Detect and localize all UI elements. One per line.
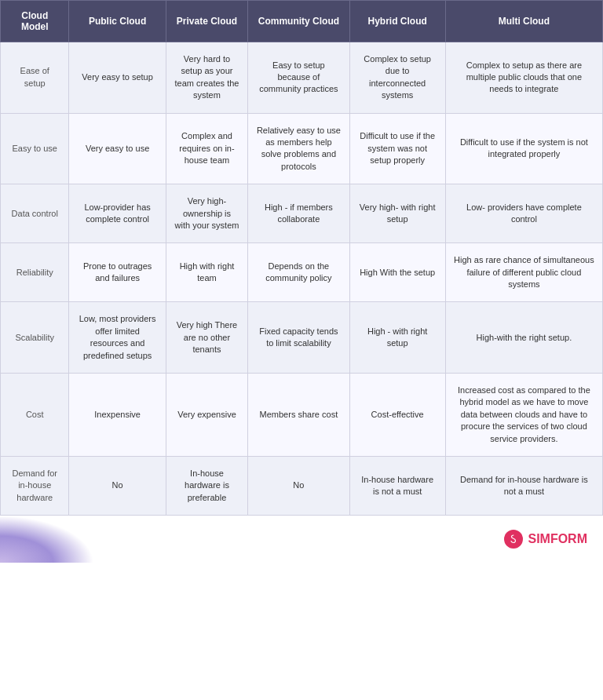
cell-feature: Scalability bbox=[1, 302, 69, 374]
cell-feature: Cost bbox=[1, 374, 69, 457]
simform-logo-icon bbox=[504, 530, 523, 549]
cell-public: Very easy to use bbox=[69, 113, 166, 184]
cell-public: Low, most providers offer limited resour… bbox=[69, 302, 166, 374]
table-row: Ease of setupVery easy to setupVery hard… bbox=[1, 42, 603, 114]
cell-feature: Ease of setup bbox=[1, 42, 69, 114]
cell-hybrid: Difficult to use if the system was not s… bbox=[349, 113, 445, 184]
cell-private: Very hard to setup as your team creates … bbox=[166, 42, 248, 114]
cell-multi: Difficult to use if the system is not in… bbox=[445, 113, 602, 184]
cell-multi: Complex to setup as there are multiple p… bbox=[445, 42, 602, 114]
col-public-cloud: Public Cloud bbox=[69, 1, 166, 42]
col-cloud-model: Cloud Model bbox=[1, 1, 69, 42]
cell-hybrid: Cost-effective bbox=[349, 374, 445, 457]
cell-community: Easy to setup because of community pract… bbox=[248, 42, 349, 114]
cell-community: Members share cost bbox=[248, 374, 349, 457]
cell-community: Depends on the community policy bbox=[248, 243, 349, 302]
cell-hybrid: Very high- with right setup bbox=[349, 184, 445, 243]
cell-feature: Reliability bbox=[1, 243, 69, 302]
cell-community: Fixed capacity tends to limit scalabilit… bbox=[248, 302, 349, 374]
cell-private: High with right team bbox=[166, 243, 248, 302]
col-community-cloud: Community Cloud bbox=[248, 1, 349, 42]
cell-multi: Low- providers have complete control bbox=[445, 184, 602, 243]
cell-multi: High-with the right setup. bbox=[445, 302, 602, 374]
cell-community: Relatively easy to use as members help s… bbox=[248, 113, 349, 184]
col-hybrid-cloud: Hybrid Cloud bbox=[349, 1, 445, 42]
simform-logo-text: SIMFORM bbox=[528, 532, 587, 546]
cell-public: Very easy to setup bbox=[69, 42, 166, 114]
cell-multi: Demand for in-house hardware is not a mu… bbox=[445, 456, 602, 515]
cell-feature: Demand for in-house hardware bbox=[1, 456, 69, 515]
cell-hybrid: In-house hardware is not a must bbox=[349, 456, 445, 515]
cell-public: Low-provider has complete control bbox=[69, 184, 166, 243]
cell-private: In-house hardware is preferable bbox=[166, 456, 248, 515]
cell-community: No bbox=[248, 456, 349, 515]
cell-community: High - if members collaborate bbox=[248, 184, 349, 243]
cell-hybrid: Complex to setup due to interconnected s… bbox=[349, 42, 445, 114]
cell-public: Prone to outrages and failures bbox=[69, 243, 166, 302]
cell-private: Complex and requires on in-house team bbox=[166, 113, 248, 184]
cell-hybrid: High - with right setup bbox=[349, 302, 445, 374]
footer: SIMFORM bbox=[0, 516, 603, 563]
table-row: CostInexpensiveVery expensiveMembers sha… bbox=[1, 374, 603, 457]
col-multi-cloud: Multi Cloud bbox=[445, 1, 602, 42]
cell-hybrid: High With the setup bbox=[349, 243, 445, 302]
col-private-cloud: Private Cloud bbox=[166, 1, 248, 42]
cell-multi: Increased cost as compared to the hybrid… bbox=[445, 374, 602, 457]
cell-private: Very high There are no other tenants bbox=[166, 302, 248, 374]
cell-public: No bbox=[69, 456, 166, 515]
footer-decoration bbox=[0, 516, 94, 563]
table-row: Data controlLow-provider has complete co… bbox=[1, 184, 603, 243]
table-row: Easy to useVery easy to useComplex and r… bbox=[1, 113, 603, 184]
header-row: Cloud Model Public Cloud Private Cloud C… bbox=[1, 1, 603, 42]
cell-public: Inexpensive bbox=[69, 374, 166, 457]
cell-feature: Data control bbox=[1, 184, 69, 243]
table-row: Demand for in-house hardwareNoIn-house h… bbox=[1, 456, 603, 515]
simform-logo: SIMFORM bbox=[504, 530, 587, 549]
cell-feature: Easy to use bbox=[1, 113, 69, 184]
cell-private: Very high- ownership is with your system bbox=[166, 184, 248, 243]
table-row: ScalabilityLow, most providers offer lim… bbox=[1, 302, 603, 374]
table-row: ReliabilityProne to outrages and failure… bbox=[1, 243, 603, 302]
comparison-table: Cloud Model Public Cloud Private Cloud C… bbox=[0, 0, 603, 516]
cell-multi: High as rare chance of simultaneous fail… bbox=[445, 243, 602, 302]
cell-private: Very expensive bbox=[166, 374, 248, 457]
